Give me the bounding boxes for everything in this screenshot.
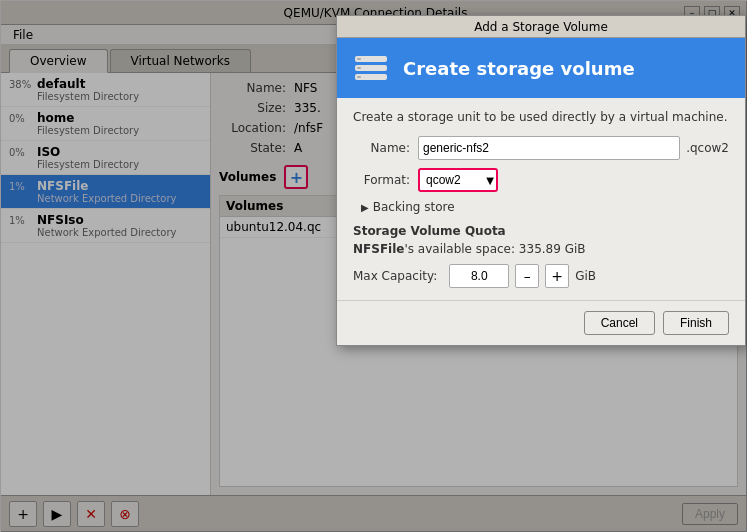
quota-pool-name: NFSFile [353,242,404,256]
modal-title: Add a Storage Volume [474,20,608,34]
cancel-button[interactable]: Cancel [584,311,655,335]
modal-title-bar: Add a Storage Volume [337,16,745,38]
format-form-label: Format: [353,173,418,187]
svg-rect-4 [357,67,361,69]
max-capacity-label: Max Capacity: [353,269,437,283]
format-select-wrapper: qcow2 raw vmdk vdi ▼ [418,168,498,192]
format-form-row: Format: qcow2 raw vmdk vdi ▼ [353,168,729,192]
name-form-label: Name: [353,141,418,155]
name-suffix: .qcow2 [686,141,729,155]
capacity-input[interactable] [449,264,509,288]
modal-overlay: Add a Storage Volume Create storage volu… [1,1,747,532]
quota-section: Storage Volume Quota NFSFile's available… [353,224,729,288]
add-storage-volume-dialog: Add a Storage Volume Create storage volu… [336,15,746,346]
quota-title: Storage Volume Quota [353,224,729,238]
svg-rect-5 [357,76,361,78]
quota-avail: NFSFile's available space: 335.89 GiB [353,242,729,256]
modal-footer: Cancel Finish [337,300,745,345]
format-select[interactable]: qcow2 raw vmdk vdi [418,168,498,192]
modal-description: Create a storage unit to be used directl… [353,110,729,124]
triangle-icon: ▶ [361,202,369,213]
storage-icon [351,48,391,88]
name-form-row: Name: .qcow2 [353,136,729,160]
gib-label: GiB [575,269,596,283]
backing-store-row[interactable]: ▶ Backing store [353,200,729,214]
svg-rect-3 [357,58,361,60]
increment-button[interactable]: + [545,264,569,288]
name-input[interactable] [418,136,680,160]
finish-button[interactable]: Finish [663,311,729,335]
main-window: QEMU/KVM Connection Details – □ ✕ File O… [0,0,747,532]
quota-avail-text: 's available space: 335.89 GiB [404,242,585,256]
modal-body: Create a storage unit to be used directl… [337,98,745,300]
decrement-button[interactable]: – [515,264,539,288]
modal-header-text: Create storage volume [403,58,635,79]
modal-header: Create storage volume [337,38,745,98]
backing-store-label[interactable]: Backing store [373,200,455,214]
capacity-row: Max Capacity: – + GiB [353,264,729,288]
